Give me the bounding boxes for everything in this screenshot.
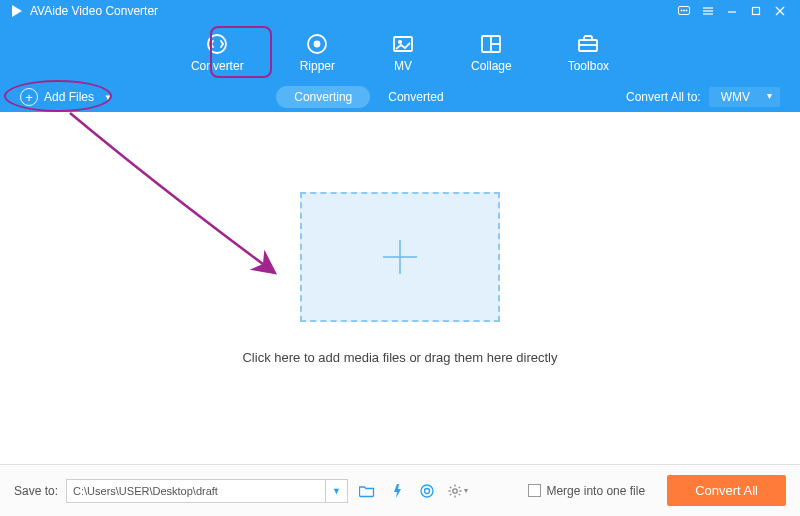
output-format-select[interactable]: WMV [709,87,780,107]
plus-large-icon [377,234,423,280]
plus-circle-icon: + [20,88,38,106]
menu-icon[interactable] [698,1,718,21]
svg-point-3 [683,10,684,11]
footer: Save to: C:\Users\USER\Desktop\draft ▼ ▾… [0,464,800,516]
tab-converted[interactable]: Converted [370,86,461,108]
checkbox-icon [528,484,541,497]
svg-point-14 [315,41,320,46]
convert-all-button[interactable]: Convert All [667,475,786,506]
svg-point-4 [686,10,687,11]
tab-converting[interactable]: Converting [276,86,370,108]
main-nav: Converter Ripper MV Collage Toolbox [0,22,800,82]
svg-point-16 [399,40,401,42]
svg-marker-0 [12,5,22,17]
app-title-wrap: AVAide Video Converter [10,4,158,18]
merge-checkbox[interactable]: Merge into one file [528,484,645,498]
feedback-icon[interactable] [674,1,694,21]
nav-label: MV [394,59,412,73]
convert-all-to-label: Convert All to: [626,90,701,104]
svg-rect-9 [753,8,760,15]
nav-label: Toolbox [568,59,609,73]
app-logo-icon [10,4,24,18]
chevron-down-icon: ▼ [104,93,112,102]
dropzone-text: Click here to add media files or drag th… [242,350,557,365]
ripper-icon [305,32,329,56]
svg-point-24 [421,485,433,497]
svg-point-2 [681,10,682,11]
convert-all-to: Convert All to: WMV [626,87,780,107]
nav-toolbox[interactable]: Toolbox [560,28,617,77]
nav-converter[interactable]: Converter [183,28,252,77]
svg-point-25 [425,488,430,493]
settings-icon[interactable]: ▾ [446,480,468,502]
add-files-label: Add Files [44,90,94,104]
task-schedule-icon[interactable] [416,480,438,502]
save-path-dropdown[interactable]: ▼ [326,479,348,503]
hw-accel-icon[interactable] [386,480,408,502]
nav-label: Ripper [300,59,335,73]
titlebar: AVAide Video Converter [0,0,800,22]
minimize-icon[interactable] [722,1,742,21]
app-title: AVAide Video Converter [30,4,158,18]
merge-label: Merge into one file [546,484,645,498]
dropzone[interactable] [300,192,500,322]
save-path-input[interactable]: C:\Users\USER\Desktop\draft [66,479,326,503]
converter-icon [205,32,229,56]
collage-icon [479,32,503,56]
nav-label: Collage [471,59,512,73]
workspace: Click here to add media files or drag th… [0,112,800,444]
open-folder-icon[interactable] [356,480,378,502]
nav-label: Converter [191,59,244,73]
toolbox-icon [576,32,600,56]
subbar: + Add Files ▼ Converting Converted Conve… [0,82,800,112]
save-to-label: Save to: [14,484,58,498]
add-files-button[interactable]: + Add Files ▼ [20,88,112,106]
close-icon[interactable] [770,1,790,21]
svg-point-26 [452,488,456,492]
nav-mv[interactable]: MV [383,28,423,77]
nav-collage[interactable]: Collage [463,28,520,77]
nav-ripper[interactable]: Ripper [292,28,343,77]
mv-icon [391,32,415,56]
maximize-icon[interactable] [746,1,766,21]
